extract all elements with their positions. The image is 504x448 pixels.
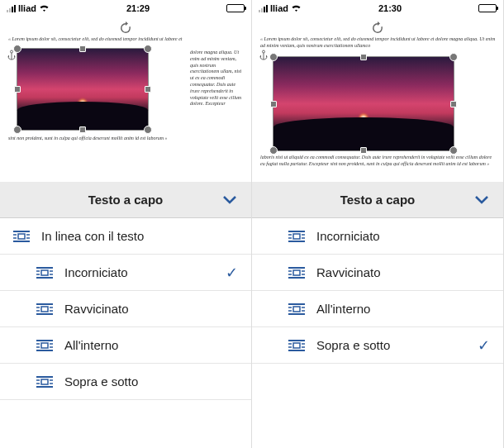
wrap-option[interactable]: Incorniciato✓ [0, 255, 251, 291]
svg-rect-21 [36, 313, 53, 315]
svg-rect-37 [288, 231, 305, 232]
wrap-option[interactable]: All'interno [0, 327, 251, 364]
doc-text[interactable]: laboris nisi ut aliquid ex ea commodi co… [260, 155, 496, 168]
resize-handle[interactable] [449, 146, 458, 155]
wifi-icon [291, 4, 302, 12]
svg-rect-38 [293, 234, 300, 239]
option-label: In linea con il testo [41, 229, 238, 243]
clock: 21:29 [126, 3, 150, 13]
wrap-style-icon [288, 303, 305, 316]
signal-icon [7, 5, 16, 12]
wrap-style-icon [36, 339, 53, 352]
option-label: Ravvicinato [64, 302, 238, 316]
resize-handle[interactable] [79, 126, 86, 133]
checkmark-icon: ✓ [226, 264, 238, 282]
doc-text[interactable]: « Lorem ipsum dolor sit, consectetur eli… [260, 36, 496, 50]
resize-handle[interactable] [360, 54, 367, 60]
chevron-down-icon[interactable] [475, 193, 488, 207]
wrap-style-icon [288, 266, 305, 279]
carrier-label: Iliad [270, 3, 288, 13]
svg-rect-16 [41, 307, 48, 312]
svg-rect-8 [36, 267, 53, 269]
svg-rect-58 [288, 340, 305, 341]
svg-rect-30 [41, 379, 48, 384]
resize-handle[interactable] [450, 101, 457, 107]
resize-handle[interactable] [13, 45, 21, 53]
chevron-down-icon[interactable] [223, 193, 236, 207]
wrap-option[interactable]: Ravvicinato [252, 255, 503, 291]
resize-handle[interactable] [14, 86, 21, 93]
svg-rect-23 [41, 343, 48, 348]
wrap-option[interactable]: Sopra e sotto✓ [252, 327, 503, 364]
wrap-style-icon [288, 230, 305, 243]
wrap-panel: Testo a capo In linea con il testoIncorn… [0, 182, 251, 448]
svg-rect-52 [293, 307, 300, 312]
option-label: All'interno [316, 302, 490, 316]
resize-handle[interactable] [79, 45, 86, 52]
wrap-style-icon [36, 266, 53, 279]
checkmark-icon: ✓ [478, 336, 490, 355]
doc-text[interactable]: « Lorem ipsum dolor sit, consectetur eli… [8, 36, 244, 43]
battery-icon [226, 4, 245, 12]
option-label: Ravvicinato [316, 265, 490, 279]
svg-rect-2 [18, 234, 25, 239]
svg-rect-57 [288, 313, 305, 315]
panel-title: Testo a capo [88, 193, 164, 207]
svg-rect-43 [288, 241, 305, 242]
svg-rect-14 [36, 277, 53, 279]
svg-rect-59 [293, 343, 300, 348]
svg-rect-15 [36, 303, 53, 305]
phone-left: Iliad 21:29 « Lorem ipsum dolor sit, con… [0, 0, 252, 448]
wrap-option[interactable]: Ravvicinato [0, 291, 251, 327]
resize-handle[interactable] [360, 147, 367, 154]
resize-handle[interactable] [270, 101, 277, 107]
signal-icon [259, 5, 268, 12]
svg-rect-51 [288, 303, 305, 305]
rotate-icon[interactable] [119, 21, 132, 35]
doc-text[interactable]: dolore magna aliqua. Ut enim ad minim ve… [188, 50, 244, 107]
selected-image[interactable] [273, 56, 454, 151]
svg-rect-50 [288, 277, 305, 279]
resize-handle[interactable] [145, 86, 151, 93]
phone-right: Iliad 21:30 « Lorem ipsum dolor sit, con… [252, 0, 504, 448]
wrap-option[interactable]: Sopra e sotto [0, 364, 251, 400]
resize-handle[interactable] [269, 146, 278, 155]
panel-title: Testo a capo [340, 193, 416, 207]
wrap-style-icon [288, 339, 305, 352]
wifi-icon [39, 4, 50, 12]
wrap-option[interactable]: In linea con il testo [0, 218, 251, 255]
wrap-panel: Testo a capo IncorniciatoRavvicinatoAll'… [252, 182, 503, 448]
selected-image[interactable] [17, 48, 149, 131]
option-list-right: IncorniciatoRavvicinatoAll'internoSopra … [252, 218, 503, 448]
svg-rect-28 [36, 350, 53, 351]
document-area[interactable]: « Lorem ipsum dolor sit, consectetur eli… [252, 17, 503, 182]
status-bar: Iliad 21:29 [0, 0, 251, 17]
document-area[interactable]: « Lorem ipsum dolor sit, consectetur eli… [0, 17, 251, 182]
svg-rect-1 [13, 231, 30, 232]
svg-rect-7 [13, 241, 30, 242]
clock: 21:30 [378, 3, 402, 13]
panel-header[interactable]: Testo a capo [252, 182, 503, 218]
svg-rect-44 [288, 267, 305, 269]
resize-handle[interactable] [144, 45, 152, 53]
svg-rect-9 [41, 270, 48, 275]
option-list-left: In linea con il testoIncorniciato✓Ravvic… [0, 218, 251, 448]
panel-header[interactable]: Testo a capo [0, 182, 251, 218]
option-label: Sopra e sotto [316, 338, 466, 352]
svg-rect-35 [36, 386, 53, 388]
option-label: Incorniciato [64, 265, 214, 279]
wrap-option[interactable]: All'interno [252, 291, 503, 327]
resize-handle[interactable] [449, 53, 458, 61]
carrier-label: Iliad [18, 3, 36, 13]
resize-handle[interactable] [13, 126, 21, 134]
svg-rect-64 [288, 350, 305, 351]
battery-icon [478, 4, 497, 12]
option-label: All'interno [64, 338, 238, 352]
rotate-icon[interactable] [371, 21, 384, 35]
resize-handle[interactable] [269, 53, 278, 61]
wrap-option[interactable]: Incorniciato [252, 218, 503, 255]
resize-handle[interactable] [144, 126, 152, 134]
option-label: Incorniciato [316, 229, 490, 243]
doc-text[interactable]: sint non proident, sunt in culpa qui off… [8, 136, 244, 142]
wrap-style-icon [36, 303, 53, 316]
